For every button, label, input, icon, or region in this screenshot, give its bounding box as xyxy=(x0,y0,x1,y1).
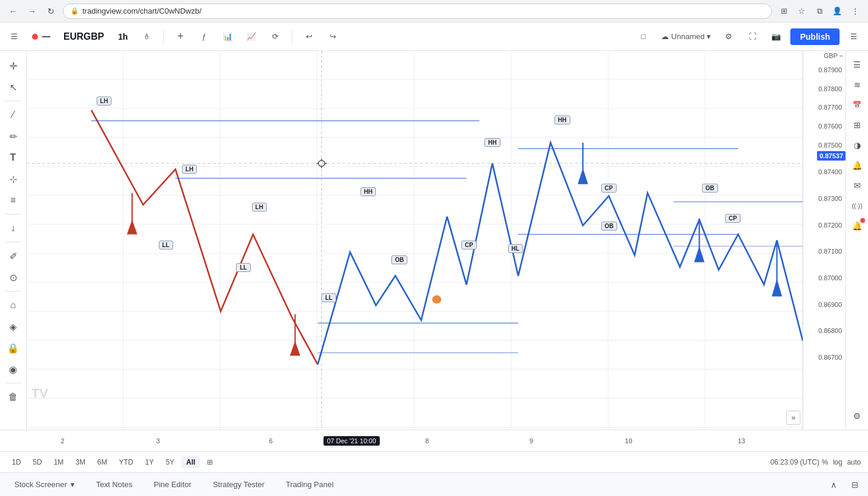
stock-screener-label: Stock Screener xyxy=(14,480,67,489)
rectangle-icon: □ xyxy=(641,32,646,41)
formula-button[interactable]: ƒ xyxy=(194,27,213,46)
tab-trading-panel[interactable]: Trading Panel xyxy=(276,476,343,492)
settings-button[interactable]: ⚙ xyxy=(719,27,738,46)
tab-icon-btn[interactable]: ⊞ xyxy=(777,4,791,18)
lock-chart-tool[interactable]: 🔒 xyxy=(3,338,23,358)
label-LH-1: LH xyxy=(97,97,111,105)
main-chart[interactable]: ≡ O 0.85018 H 0.85044 L 0.84930 C 0.8495… xyxy=(27,51,803,430)
browser-menu-btn[interactable]: ⋮ xyxy=(848,4,862,18)
unnamed-label: Unnamed xyxy=(671,32,704,41)
extension-btn[interactable]: ⧉ xyxy=(812,4,826,18)
symbol-badge[interactable] xyxy=(28,27,54,46)
tf-custom[interactable]: ⊞ xyxy=(202,456,218,468)
trash-tool[interactable]: 🗑 xyxy=(3,387,23,407)
line-tool[interactable]: ⁄ xyxy=(3,105,23,125)
watchlist-btn[interactable]: ☰ xyxy=(848,56,866,73)
sep2 xyxy=(292,30,292,44)
tab-strategy-tester[interactable]: Strategy Tester xyxy=(203,476,274,492)
cloud-button[interactable]: ☁ Unnamed ▾ xyxy=(658,27,714,46)
text-tool[interactable]: T xyxy=(3,148,23,168)
right-sidebar-toggle[interactable]: ☰ xyxy=(844,27,863,46)
tab-stock-screener[interactable]: Stock Screener ▾ xyxy=(5,476,84,492)
cursor-tool[interactable]: ↖ xyxy=(3,77,23,97)
price-axis: GBP − 0.87900 0.87800 0.87700 0.87600 0.… xyxy=(803,51,845,430)
zoom-tool[interactable]: ⊙ xyxy=(3,267,23,287)
time-label-6: 6 xyxy=(269,437,273,444)
rectangle-button[interactable]: □ xyxy=(634,27,653,46)
tab-pine-editor[interactable]: Pine Editor xyxy=(144,476,201,492)
calendar-btn[interactable]: 📅 xyxy=(848,96,866,114)
add-indicator-button[interactable]: + xyxy=(171,27,190,46)
arrow-down-tool[interactable]: ↓ xyxy=(3,218,23,238)
bar-chart-button[interactable]: 📊 xyxy=(218,27,237,46)
home-tool[interactable]: ⌂ xyxy=(3,295,23,315)
camera-icon: 📷 xyxy=(771,32,781,41)
cloud-icon: ☁ xyxy=(661,32,669,41)
right-toolbar: ☰ ≋ 📅 ⊞ ◑ 🔔 ✉ ((·)) 🔔 ⚙ xyxy=(845,51,868,430)
indicator-button[interactable]: 📈 xyxy=(242,27,261,46)
snapshot-button[interactable]: 📷 xyxy=(767,27,786,46)
expand-button[interactable]: » xyxy=(786,411,800,425)
time-label-current: 07 Dec '21 10:00 xyxy=(323,437,379,444)
user-btn[interactable]: 👤 xyxy=(830,4,844,18)
replay-button[interactable]: ⟳ xyxy=(266,27,285,46)
back-button[interactable]: ← xyxy=(6,4,20,18)
log-label[interactable]: log xyxy=(833,458,843,466)
grid-btn[interactable]: ⊞ xyxy=(848,116,866,134)
auto-label[interactable]: auto xyxy=(847,458,861,466)
price-87500: 0.87500 xyxy=(818,142,842,149)
tf-1y[interactable]: 1Y xyxy=(141,456,159,468)
trading-panel-label: Trading Panel xyxy=(286,480,333,489)
tf-ytd[interactable]: YTD xyxy=(114,456,138,468)
tf-1m[interactable]: 1M xyxy=(49,456,69,468)
url-bar[interactable]: 🔒 tradingview.com/chart/C0wNDwzb/ xyxy=(63,4,772,19)
timeframe-button[interactable]: 1h xyxy=(113,27,132,46)
data-window-btn[interactable]: ≋ xyxy=(848,76,866,94)
magnet-tool[interactable]: ◈ xyxy=(3,316,23,337)
crosshair-tool[interactable]: ✛ xyxy=(3,56,23,76)
tab-text-notes[interactable]: Text Notes xyxy=(87,476,142,492)
label-LL-3: LL xyxy=(321,293,336,302)
minimize-panel-btn[interactable]: ∧ xyxy=(825,476,842,493)
refresh-button[interactable]: ↻ xyxy=(44,4,58,18)
redo-button[interactable]: ↪ xyxy=(323,27,342,46)
undo-button[interactable]: ↩ xyxy=(299,27,318,46)
fullscreen-button[interactable]: ⛶ xyxy=(743,27,762,46)
maximize-panel-btn[interactable]: ⊟ xyxy=(847,476,863,493)
fullscreen-icon: ⛶ xyxy=(749,32,757,41)
heatmap-btn[interactable]: ◑ xyxy=(848,136,866,154)
tf-3m[interactable]: 3M xyxy=(71,456,90,468)
tf-1d[interactable]: 1D xyxy=(7,456,25,468)
pencil-tool[interactable]: ✏ xyxy=(3,126,23,146)
undo-icon: ↩ xyxy=(306,32,312,41)
draw-tool[interactable]: ✐ xyxy=(3,246,23,266)
messages-btn[interactable]: ✉ xyxy=(848,177,866,194)
star-btn[interactable]: ☆ xyxy=(794,4,809,18)
tf-6m[interactable]: 6M xyxy=(92,456,112,468)
notification-btn[interactable]: 🔔 xyxy=(848,217,866,235)
url-text: tradingview.com/chart/C0wNDwzb/ xyxy=(82,7,202,15)
tf-5d[interactable]: 5D xyxy=(28,456,46,468)
pointer-tool[interactable]: ⊹ xyxy=(3,169,23,189)
utc-time: 06:23:09 (UTC) xyxy=(770,458,819,466)
bottom-tab-actions: ∧ ⊟ xyxy=(825,476,863,493)
forward-button[interactable]: → xyxy=(25,4,39,18)
ruler-tool[interactable]: ≡ xyxy=(3,190,23,210)
hamburger-menu[interactable]: ☰ xyxy=(5,27,24,46)
percent-label[interactable]: % xyxy=(822,458,828,466)
tf-5y[interactable]: 5Y xyxy=(161,456,179,468)
eye-tool[interactable]: ◉ xyxy=(3,359,23,379)
alerts-btn[interactable]: 🔔 xyxy=(848,156,866,174)
svg-point-26 xyxy=(432,295,441,303)
broadcast-btn[interactable]: ((·)) xyxy=(848,197,866,215)
publish-button[interactable]: Publish xyxy=(790,28,840,45)
settings-right-btn[interactable]: ⚙ xyxy=(848,407,866,425)
price-87400: 0.87400 xyxy=(818,168,842,175)
candle-icon: 🕯 xyxy=(143,32,151,41)
symbol-label[interactable]: EURGBP xyxy=(59,31,108,42)
label-HH-3: HH xyxy=(554,116,570,124)
price-87700: 0.87700 xyxy=(818,104,842,111)
candle-type-button[interactable]: 🕯 xyxy=(137,27,156,46)
time-label-9: 9 xyxy=(529,437,533,444)
tf-all[interactable]: All xyxy=(181,456,200,468)
